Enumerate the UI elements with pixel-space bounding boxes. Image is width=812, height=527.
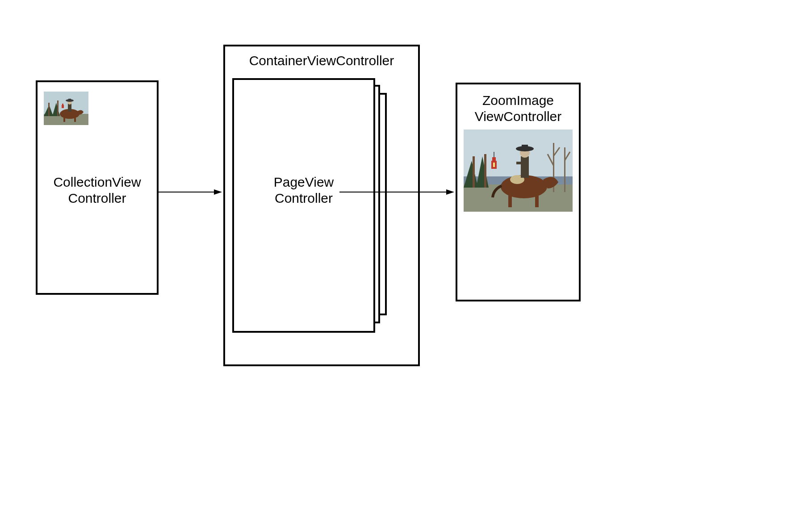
architecture-diagram: CollectionView Controller ContainerViewC… [0,0,812,527]
horse-rider-icon [44,92,88,125]
svg-rect-31 [521,156,529,178]
arrow-page-to-zoom [339,188,456,197]
label-text: ViewController [475,109,562,124]
container-view-controller-title: ContainerViewController [232,53,411,69]
svg-rect-13 [62,104,63,105]
svg-rect-4 [57,100,59,116]
collection-view-controller-label: CollectionView Controller [36,174,159,206]
svg-rect-25 [564,147,565,192]
label-text: ContainerViewController [249,53,394,68]
svg-rect-38 [493,163,495,167]
svg-rect-7 [74,114,76,122]
svg-rect-8 [68,104,71,112]
svg-rect-21 [484,154,486,188]
arrow-collection-to-container [159,188,223,197]
label-text: PageView [274,175,334,189]
horse-rider-icon [464,130,573,212]
svg-rect-34 [522,145,528,149]
svg-rect-28 [508,188,512,207]
svg-rect-29 [535,188,539,207]
label-text: Controller [275,191,333,205]
svg-rect-6 [63,114,65,122]
zoom-image-view-controller-label: ZoomImage ViewController [456,92,581,125]
svg-rect-11 [68,99,71,100]
label-text: ZoomImage [482,93,554,108]
svg-rect-3 [48,103,50,116]
label-text: Controller [68,191,126,205]
svg-rect-35 [516,162,523,164]
collection-thumbnail-image [44,92,88,125]
label-text: CollectionView [53,175,141,189]
svg-rect-12 [62,105,64,108]
zoom-large-image [464,130,573,212]
svg-rect-37 [492,157,496,161]
svg-rect-20 [473,156,475,188]
